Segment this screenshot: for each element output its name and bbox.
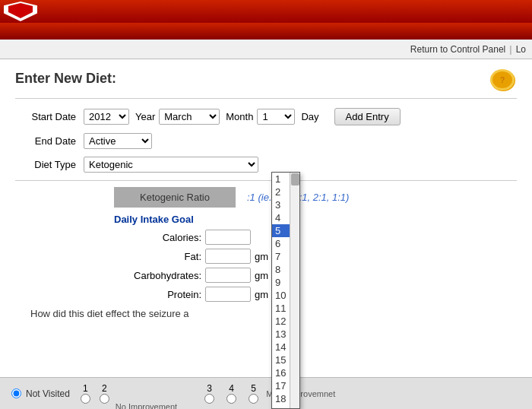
day-option-5[interactable]: 5: [272, 224, 290, 237]
carbs-label: Carbohydrates:: [114, 270, 205, 281]
not-visited-radio[interactable]: [11, 388, 21, 398]
no-improvement-label: No Improvement: [116, 402, 177, 409]
diet-type-select[interactable]: Ketogenic: [84, 157, 258, 173]
day-option-19[interactable]: 19: [272, 405, 290, 408]
fat-label: Fat:: [114, 251, 205, 262]
protein-unit: gm: [255, 289, 268, 300]
protein-input[interactable]: [205, 287, 251, 302]
end-date-label: End Date: [15, 135, 84, 147]
month-label: Month: [226, 111, 253, 122]
year-label: Year: [135, 111, 155, 122]
rating-group: 1 2: [81, 383, 109, 404]
start-date-label: Start Date: [15, 111, 84, 122]
rating-2-radio[interactable]: [100, 394, 109, 404]
day-dropdown[interactable]: 1 2 3 4 5 6 7 8 9 10 11 12 13 14 15 16 1…: [271, 172, 300, 409]
day-option-3[interactable]: 3: [272, 198, 290, 211]
day-option-8[interactable]: 8: [272, 263, 290, 276]
rating-3-radio[interactable]: [204, 394, 214, 404]
nav-bar: Return to Control Panel | Lo: [0, 40, 532, 59]
end-date-select[interactable]: Active: [84, 133, 152, 149]
add-entry-button[interactable]: Add Entry: [334, 108, 401, 125]
day-option-17[interactable]: 17: [272, 379, 290, 392]
rating-4-radio[interactable]: [226, 394, 236, 404]
day-option-7[interactable]: 7: [272, 250, 290, 263]
day-option-1[interactable]: 1: [272, 173, 290, 185]
fat-input[interactable]: [205, 249, 251, 264]
daily-intake-title: Daily Intake Goal: [114, 214, 517, 225]
day-option-11[interactable]: 11: [272, 302, 290, 315]
protein-label: Protein:: [114, 289, 205, 300]
carbs-input[interactable]: [205, 268, 251, 283]
day-label: Day: [301, 111, 318, 122]
calories-label: Calories:: [114, 232, 205, 243]
nav-separator: |: [509, 43, 511, 55]
day-option-2[interactable]: 2: [272, 185, 290, 198]
svg-text:?: ?: [500, 75, 505, 84]
rating-1-radio[interactable]: [81, 394, 90, 404]
page-title: Enter New Diet:: [15, 71, 517, 87]
seizure-label: How did this diet effect the seizure a: [30, 308, 189, 319]
carbs-unit: gm: [255, 270, 268, 281]
diet-type-label: Diet Type: [15, 159, 84, 170]
keto-ratio-button[interactable]: Ketogenic Ratio: [114, 187, 236, 208]
day-option-10[interactable]: 10: [272, 289, 290, 302]
not-visited-label: Not Visited: [26, 388, 70, 399]
day-option-15[interactable]: 15: [272, 354, 290, 366]
day-select[interactable]: 1: [257, 109, 295, 125]
coin-icon[interactable]: ?: [489, 67, 517, 94]
day-option-6[interactable]: 6: [272, 237, 290, 250]
day-option-4[interactable]: 4: [272, 211, 290, 224]
year-select[interactable]: 2012: [84, 109, 129, 125]
rating-5-radio[interactable]: [249, 394, 258, 404]
logout-link[interactable]: Lo: [516, 44, 526, 55]
day-option-12[interactable]: 12: [272, 315, 290, 328]
day-option-9[interactable]: 9: [272, 276, 290, 289]
day-option-14[interactable]: 14: [272, 341, 290, 354]
day-option-13[interactable]: 13: [272, 328, 290, 341]
day-option-18[interactable]: 18: [272, 392, 290, 405]
return-to-control-panel-link[interactable]: Return to Control Panel: [410, 44, 505, 55]
fat-unit: gm: [255, 251, 268, 262]
day-option-16[interactable]: 16: [272, 366, 290, 379]
calories-input[interactable]: [205, 230, 251, 245]
rating-bar: Not Visited 1 2 No Improvement 3 4 5 Mos…: [0, 377, 532, 409]
month-select[interactable]: March: [159, 109, 220, 125]
